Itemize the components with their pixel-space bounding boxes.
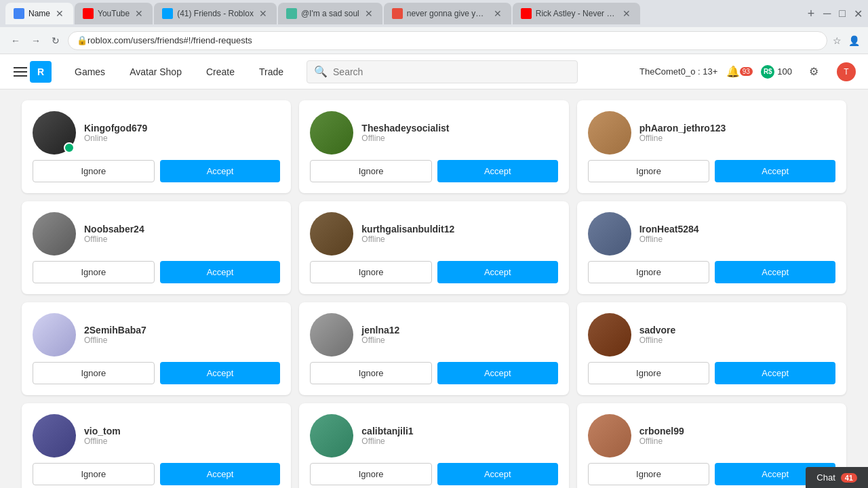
nav-trade[interactable]: Trade: [247, 54, 296, 89]
ignore-button[interactable]: Ignore: [310, 261, 432, 283]
minimize-button[interactable]: ─: [823, 7, 831, 20]
accept-button[interactable]: Accept: [160, 160, 281, 182]
user-text: phAaron_jethro123 Offline: [639, 123, 726, 143]
avatar-button[interactable]: T: [835, 61, 857, 83]
card-buttons: Ignore Accept: [588, 261, 835, 283]
tab-t6[interactable]: Rick Astley - Never Gonna G... ✕: [513, 3, 640, 24]
robux-display[interactable]: R$ 100: [761, 65, 792, 79]
card-top: Noobsaber24 Offline: [33, 212, 280, 256]
maximize-button[interactable]: □: [839, 7, 846, 20]
address-text: roblox.com/users/friends#!/friend-reques…: [87, 35, 252, 45]
ignore-button[interactable]: Ignore: [588, 261, 710, 283]
card-top: kurthgalisanbuldit12 Offline: [310, 212, 557, 256]
tab-close-icon[interactable]: ✕: [363, 8, 374, 19]
friend-card-f10: vio_tom Offline Ignore Accept: [22, 403, 291, 488]
ignore-button[interactable]: Ignore: [33, 261, 155, 283]
tab-t2[interactable]: YouTube ✕: [75, 3, 153, 24]
accept-button[interactable]: Accept: [160, 362, 281, 384]
username: phAaron_jethro123: [639, 123, 726, 134]
ignore-button[interactable]: Ignore: [33, 160, 155, 182]
back-button[interactable]: ←: [8, 33, 23, 49]
ignore-button[interactable]: Ignore: [33, 463, 155, 485]
accept-button[interactable]: Accept: [715, 261, 835, 283]
hamburger-menu[interactable]: [11, 64, 30, 79]
card-top: Theshadeysocialist Offline: [310, 111, 557, 155]
chat-label: Chat: [816, 472, 835, 483]
ignore-button[interactable]: Ignore: [33, 362, 155, 384]
card-top: crbonel99 Offline: [588, 414, 835, 458]
nav-games[interactable]: Games: [62, 54, 117, 89]
card-buttons: Ignore Accept: [588, 463, 835, 485]
card-top: jenlna12 Offline: [310, 313, 557, 357]
friend-card-f11: calibtanjili1 Offline Ignore Accept: [299, 403, 568, 488]
tab-t3[interactable]: (41) Friends - Roblox ✕: [154, 3, 277, 24]
card-top: calibtanjili1 Offline: [310, 414, 557, 458]
tab-favicon: [392, 8, 403, 19]
ignore-button[interactable]: Ignore: [310, 362, 432, 384]
ignore-button[interactable]: Ignore: [310, 160, 432, 182]
accept-button[interactable]: Accept: [437, 160, 558, 182]
new-tab-button[interactable]: +: [802, 4, 821, 23]
friend-card-f8: jenlna12 Offline Ignore Accept: [299, 302, 568, 395]
settings-button[interactable]: ⚙: [803, 61, 825, 83]
ignore-button[interactable]: Ignore: [588, 160, 710, 182]
friend-card-f3: phAaron_jethro123 Offline Ignore Accept: [577, 100, 846, 193]
card-top: IronHeat5284 Offline: [588, 212, 835, 256]
tab-title: Name: [28, 9, 50, 18]
profile-icon[interactable]: 👤: [848, 35, 860, 46]
card-top: vio_tom Offline: [33, 414, 280, 458]
tab-close-icon[interactable]: ✕: [54, 8, 65, 19]
reload-button[interactable]: ↻: [49, 33, 62, 49]
accept-button[interactable]: Accept: [160, 463, 281, 485]
user-text: calibtanjili1 Offline: [361, 426, 413, 446]
chat-button[interactable]: Chat 41: [806, 467, 868, 488]
accept-button[interactable]: Accept: [715, 362, 835, 384]
online-badge: [64, 142, 75, 153]
card-buttons: Ignore Accept: [588, 362, 835, 384]
ignore-button[interactable]: Ignore: [310, 463, 432, 485]
address-bar[interactable]: 🔒 roblox.com/users/friends#!/friend-requ…: [68, 31, 827, 50]
tab-t1[interactable]: Name ✕: [5, 3, 73, 24]
card-buttons: Ignore Accept: [310, 463, 557, 485]
avatar: [310, 212, 353, 256]
nav-avatar-shop[interactable]: Avatar Shop: [117, 54, 194, 89]
tab-close-icon[interactable]: ✕: [258, 8, 269, 19]
friend-card-f9: sadvore Offline Ignore Accept: [577, 302, 846, 395]
friends-grid: Kingofgod679 Online Ignore Accept Thesha…: [22, 100, 846, 488]
tab-title: Rick Astley - Never Gonna G...: [536, 9, 617, 18]
status-badge: Offline: [361, 436, 413, 446]
avatar-container: [33, 414, 76, 458]
bookmark-icon[interactable]: ☆: [833, 35, 842, 46]
card-buttons: Ignore Accept: [33, 160, 280, 182]
username: sadvore: [639, 325, 676, 336]
user-text: sadvore Offline: [639, 325, 676, 345]
avatar: [588, 212, 631, 256]
notifications-button[interactable]: 🔔93: [728, 61, 750, 83]
user-text: vio_tom Offline: [84, 426, 121, 446]
search-input[interactable]: [333, 66, 570, 77]
avatar-container: [33, 313, 76, 357]
ignore-button[interactable]: Ignore: [588, 362, 710, 384]
tab-close-icon[interactable]: ✕: [134, 8, 144, 19]
close-button[interactable]: ✕: [854, 7, 863, 20]
username: jenlna12: [361, 325, 399, 336]
card-buttons: Ignore Accept: [310, 160, 557, 182]
accept-button[interactable]: Accept: [160, 261, 281, 283]
tab-t5[interactable]: never gonna give you up lyr... ✕: [384, 3, 511, 24]
forward-button[interactable]: →: [28, 33, 43, 49]
tab-t4[interactable]: @I'm a sad soul ✕: [278, 3, 382, 24]
accept-button[interactable]: Accept: [437, 362, 558, 384]
accept-button[interactable]: Accept: [437, 261, 558, 283]
accept-button[interactable]: Accept: [715, 160, 835, 182]
avatar-container: [310, 212, 353, 256]
accept-button[interactable]: Accept: [437, 463, 558, 485]
username: kurthgalisanbuldit12: [361, 224, 454, 235]
ignore-button[interactable]: Ignore: [588, 463, 710, 485]
card-buttons: Ignore Accept: [33, 463, 280, 485]
tab-close-icon[interactable]: ✕: [621, 8, 632, 19]
search-bar[interactable]: 🔍: [307, 60, 578, 83]
browser-action-icons: ☆ 👤: [833, 35, 860, 46]
status-badge: Offline: [84, 235, 144, 244]
nav-create[interactable]: Create: [194, 54, 247, 89]
tab-close-icon[interactable]: ✕: [492, 8, 503, 19]
